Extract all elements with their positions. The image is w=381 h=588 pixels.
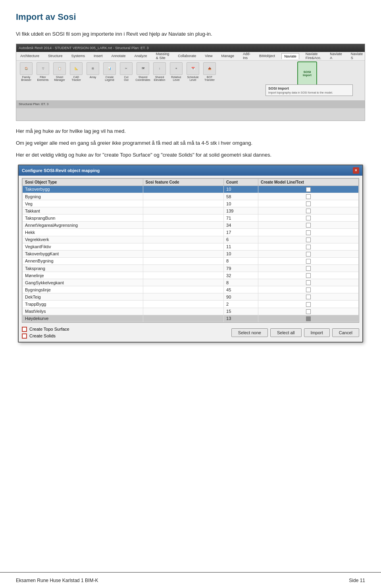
row-checkbox[interactable] xyxy=(306,187,311,192)
tab-addins[interactable]: Add-Ins xyxy=(241,51,253,61)
row-checkbox[interactable] xyxy=(306,245,311,249)
checkbox-cell[interactable] xyxy=(258,222,359,229)
select-none-button[interactable]: Select none xyxy=(231,328,268,337)
object-type-cell: GangSykkelvegkant xyxy=(23,279,143,286)
import-button[interactable]: Import xyxy=(304,328,330,337)
checkbox-cell[interactable] xyxy=(258,257,359,264)
checkbox-cell[interactable] xyxy=(258,286,359,293)
tab-annotate[interactable]: Annotate xyxy=(109,53,128,59)
row-checkbox[interactable] xyxy=(306,302,311,307)
table-row[interactable]: AnnenBygning8 xyxy=(23,257,359,264)
tab-naviate-fire[interactable]: Naviate Fire&Aco. xyxy=(303,51,324,61)
tool-cut-out[interactable]: ✂ CutOut xyxy=(119,62,134,81)
tab-structure[interactable]: Structure xyxy=(46,53,65,59)
checkbox-cell[interactable] xyxy=(258,293,359,301)
table-row[interactable]: Veg10 xyxy=(23,200,359,207)
table-row[interactable]: Vegrekkverk6 xyxy=(23,236,359,243)
table-row[interactable]: GangSykkelvegkant8 xyxy=(23,279,359,286)
table-row[interactable]: Bygning58 xyxy=(23,193,359,200)
row-checkbox[interactable] xyxy=(306,223,311,228)
table-row[interactable]: Takkant139 xyxy=(23,207,359,215)
row-checkbox[interactable] xyxy=(306,316,311,321)
tab-collaborate[interactable]: Collaborate xyxy=(175,53,198,59)
row-checkbox[interactable] xyxy=(306,259,311,264)
checkbox-cell[interactable] xyxy=(258,207,359,215)
create-topo-surface-checkbox[interactable] xyxy=(22,327,27,332)
checkbox-cell[interactable] xyxy=(258,200,359,207)
checkbox-cell[interactable] xyxy=(258,243,359,250)
tab-naviate-s[interactable]: Naviate S xyxy=(348,51,365,61)
tool-shared-elevation[interactable]: ↕ SharedElevation xyxy=(152,62,167,81)
checkbox-cell[interactable] xyxy=(258,186,359,193)
tool-family-browser[interactable]: 🏠 FamilyBrowser xyxy=(19,62,34,81)
table-row[interactable]: TrappBygg2 xyxy=(23,301,359,308)
checkbox-cell[interactable] xyxy=(258,279,359,286)
count-cell: 13 xyxy=(224,315,258,322)
table-row[interactable]: Takoverbygg10 xyxy=(23,186,359,193)
row-checkbox[interactable] xyxy=(306,230,311,235)
table-row[interactable]: Høydekurve13 xyxy=(23,315,359,322)
tool-cad-tracker[interactable]: 📐 CADTracker xyxy=(69,62,84,81)
table-row[interactable]: VegkantFiktiv11 xyxy=(23,243,359,250)
sosi-panel: SOSI Import Import topography data in SO… xyxy=(266,84,353,96)
table-row[interactable]: Taksprang79 xyxy=(23,264,359,272)
tool-sheet-manager[interactable]: 📋 SheetManager xyxy=(52,62,67,81)
row-checkbox[interactable] xyxy=(306,252,311,257)
tab-naviate[interactable]: Naviate xyxy=(281,53,299,59)
tool-schedule-level[interactable]: 📅 ScheduleLevel xyxy=(185,62,200,81)
body-paragraph-4: Her er det veldig viktig og huke av for … xyxy=(16,151,365,159)
tab-massing[interactable]: Massing & Site xyxy=(154,51,172,61)
table-row[interactable]: Bygningslinje45 xyxy=(23,286,359,293)
tab-analyze[interactable]: Analyze xyxy=(132,53,150,59)
table-row[interactable]: DekTeig90 xyxy=(23,293,359,301)
table-row[interactable]: Mønelinje32 xyxy=(23,272,359,279)
tab-insert[interactable]: Insert xyxy=(91,53,105,59)
row-checkbox[interactable] xyxy=(306,287,311,292)
table-scroll-area[interactable]: Sosi Object Type Sosi feature Code Count… xyxy=(22,178,359,322)
row-checkbox[interactable] xyxy=(306,209,311,213)
row-checkbox[interactable] xyxy=(306,237,311,242)
sosi-import-tool[interactable]: SOSI Import xyxy=(297,61,317,85)
table-row[interactable]: MastVeilys15 xyxy=(23,308,359,315)
tab-manage[interactable]: Manage xyxy=(219,53,237,59)
row-checkbox[interactable] xyxy=(306,273,311,278)
checkbox-cell[interactable] xyxy=(258,315,359,322)
checkbox-cell[interactable] xyxy=(258,301,359,308)
checkbox-cell[interactable] xyxy=(258,272,359,279)
tab-systems[interactable]: Systems xyxy=(69,53,88,59)
row-checkbox[interactable] xyxy=(306,194,311,199)
tab-architecture[interactable]: Architecture xyxy=(18,53,42,59)
dialog-close-button[interactable]: × xyxy=(353,167,359,174)
select-all-button[interactable]: Select all xyxy=(270,328,302,337)
tool-shared-coordinates[interactable]: 🗺 SharedCoordinates xyxy=(135,62,150,81)
create-solids-checkbox[interactable] xyxy=(22,333,27,339)
checkbox-cell[interactable] xyxy=(258,236,359,243)
checkbox-cell[interactable] xyxy=(258,264,359,272)
relative-level-icon: ≡ xyxy=(170,62,183,75)
tab-view[interactable]: View xyxy=(202,53,215,59)
tool-create-legend[interactable]: 📊 CreateLegend xyxy=(102,62,117,81)
row-checkbox[interactable] xyxy=(306,266,311,271)
checkbox-cell[interactable] xyxy=(258,250,359,257)
cancel-button[interactable]: Cancel xyxy=(332,328,359,337)
tab-naviate-a[interactable]: Naviate A xyxy=(327,51,344,61)
table-row[interactable]: TaksprangBunn71 xyxy=(23,215,359,222)
row-checkbox[interactable] xyxy=(306,309,311,314)
checkbox-cell[interactable] xyxy=(258,193,359,200)
checkbox-cell[interactable] xyxy=(258,229,359,236)
row-checkbox[interactable] xyxy=(306,295,311,299)
checkbox-cell[interactable] xyxy=(258,308,359,315)
table-row[interactable]: Hekk17 xyxy=(23,229,359,236)
checkbox-cell[interactable] xyxy=(258,215,359,222)
tool-bcf-transfer[interactable]: 📤 BCFTransfer xyxy=(202,62,217,81)
row-checkbox[interactable] xyxy=(306,280,311,285)
row-checkbox[interactable] xyxy=(306,216,311,220)
row-checkbox[interactable] xyxy=(306,201,311,206)
tab-bimobject[interactable]: BIMobject xyxy=(257,53,277,59)
col-header-create-model: Create Model Line/Text xyxy=(258,178,359,186)
table-row[interactable]: AnnetVegarealAvgrensning34 xyxy=(23,222,359,229)
tool-filter-elements[interactable]: ▽ FilterElements xyxy=(35,62,50,81)
table-row[interactable]: TakoverbyggKant10 xyxy=(23,250,359,257)
tool-relative-level[interactable]: ≡ RelativeLevel xyxy=(169,62,184,81)
tool-array[interactable]: ⊞ Array xyxy=(85,62,100,79)
